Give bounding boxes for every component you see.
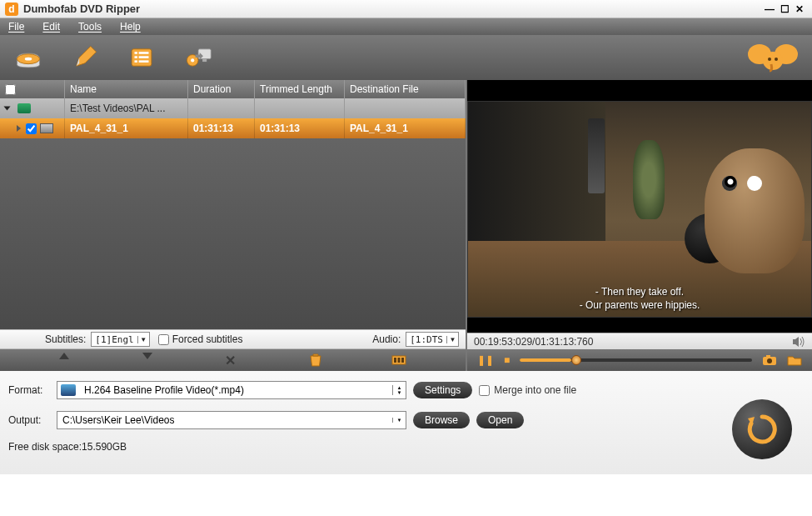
svg-rect-6	[139, 56, 149, 58]
col-destination[interactable]: Destination File	[345, 80, 466, 98]
output-value: C:\Users\Keir Lee\Videos	[57, 414, 392, 426]
player-controls: ❚❚ ■	[467, 349, 812, 371]
maximize-button[interactable]: ☐	[777, 3, 792, 15]
svg-rect-5	[135, 56, 137, 58]
child-dest: PAL_4_31_1	[345, 118, 466, 138]
subtitles-select[interactable]: [1]Engl▼	[91, 332, 149, 347]
video-preview[interactable]: - Then they take off. - Our parents were…	[467, 80, 812, 333]
merge-clips-button[interactable]	[391, 353, 406, 368]
edit-button[interactable]	[69, 42, 101, 73]
menu-help[interactable]: Help	[120, 21, 141, 33]
pause-button[interactable]: ❚❚	[477, 354, 494, 366]
parent-name: E:\Test Videos\PAL ...	[65, 98, 188, 118]
time-display-bar: 00:19:53:029/01:31:13:760	[467, 333, 812, 349]
chevron-down-icon: ▼	[137, 336, 149, 343]
list-action-bar: ✕	[0, 349, 466, 371]
video-subtitle: - Then they take off. - Our parents were…	[468, 285, 811, 312]
forced-subtitles-checkbox[interactable]	[158, 334, 169, 345]
spinner-icon: ▲▼	[392, 385, 406, 395]
menu-bar: File Edit Tools Help	[0, 18, 812, 35]
playback-time: 00:19:53:029/01:31:13:760	[474, 336, 593, 348]
remove-button[interactable]: ✕	[225, 353, 240, 368]
svg-rect-21	[401, 358, 404, 363]
preview-panel: - Then they take off. - Our parents were…	[467, 80, 812, 371]
snapshot-button[interactable]	[762, 354, 777, 366]
start-rip-button[interactable]	[732, 399, 792, 459]
menu-file[interactable]: File	[8, 21, 24, 33]
list-button[interactable]	[126, 42, 157, 73]
settings-button[interactable]: Settings	[413, 382, 472, 398]
disc-to-screen-icon	[184, 43, 212, 72]
item-checkbox[interactable]	[26, 123, 37, 134]
chevron-down-icon: ▼	[392, 418, 406, 423]
volume-icon[interactable]	[792, 336, 805, 348]
output-path-select[interactable]: C:\Users\Keir Lee\Videos ▼	[57, 411, 406, 429]
forced-subtitles-label: Forced subtitles	[172, 333, 243, 345]
close-button[interactable]: ✕	[792, 3, 807, 15]
open-snapshot-folder-button[interactable]	[787, 354, 802, 366]
stop-button[interactable]: ■	[504, 354, 510, 366]
move-down-button[interactable]	[142, 353, 157, 368]
svg-point-1	[25, 58, 32, 61]
svg-point-10	[191, 58, 194, 62]
pencil-icon	[71, 43, 99, 72]
subtitles-label: Subtitles:	[45, 333, 86, 345]
clear-button[interactable]	[308, 353, 323, 368]
source-tree[interactable]: E:\Test Videos\PAL ... PAL_4_31_1 01:31:…	[0, 98, 466, 329]
format-label: Format:	[8, 384, 50, 396]
svg-point-16	[768, 58, 771, 61]
col-trimmed[interactable]: Trimmed Length	[255, 80, 345, 98]
svg-rect-3	[135, 52, 137, 54]
format-select[interactable]: H.264 Baseline Profile Video(*.mp4) ▲▼	[57, 381, 406, 399]
browse-button[interactable]: Browse	[413, 412, 470, 428]
menu-edit[interactable]: Edit	[42, 21, 60, 33]
subtitle-audio-bar: Subtitles: [1]Engl▼ Forced subtitles Aud…	[0, 329, 466, 349]
output-label: Output:	[8, 414, 50, 426]
refresh-arrow-icon	[745, 412, 780, 447]
audio-label: Audio:	[372, 333, 401, 345]
chevron-down-icon: ▼	[446, 336, 458, 343]
svg-rect-4	[139, 52, 149, 54]
svg-point-17	[775, 58, 778, 61]
col-duration[interactable]: Duration	[188, 80, 255, 98]
merge-label: Merge into one file	[494, 384, 576, 396]
trash-icon	[308, 353, 323, 368]
free-disk-space: Free disk space:15.590GB	[8, 441, 804, 453]
svg-rect-7	[135, 60, 137, 63]
bottom-panel: Format: H.264 Baseline Profile Video(*.m…	[0, 371, 812, 474]
svg-rect-20	[398, 358, 401, 363]
dvd-icon	[17, 103, 31, 113]
child-trimmed: 01:31:13	[255, 118, 345, 138]
disc-drive-icon	[14, 43, 42, 72]
minimize-button[interactable]: —	[762, 3, 777, 15]
move-up-button[interactable]	[59, 353, 74, 368]
filmstrip-icon	[391, 353, 406, 368]
open-output-button[interactable]: Open	[476, 412, 524, 428]
film-icon	[40, 123, 53, 133]
audio-select[interactable]: [1:DTS▼	[406, 332, 459, 347]
seek-bar[interactable]	[520, 358, 752, 362]
child-duration: 01:31:13	[188, 118, 255, 138]
seek-knob[interactable]	[571, 355, 581, 365]
source-panel: Name Duration Trimmed Length Destination…	[0, 80, 467, 371]
merge-checkbox[interactable]	[479, 385, 490, 396]
mp4-icon	[61, 384, 76, 396]
main-toolbar	[0, 35, 812, 80]
center-area: Name Duration Trimmed Length Destination…	[0, 80, 812, 371]
expand-arrow-icon[interactable]	[17, 125, 21, 132]
table-header: Name Duration Trimmed Length Destination…	[0, 80, 466, 98]
col-name[interactable]: Name	[65, 80, 188, 98]
format-value: H.264 Baseline Profile Video(*.mp4)	[79, 384, 392, 396]
tree-child-row[interactable]: PAL_4_31_1 01:31:13 01:31:13 PAL_4_31_1	[0, 118, 466, 138]
svg-rect-8	[139, 60, 149, 63]
app-logo-icon: d	[5, 3, 18, 16]
tree-parent-row[interactable]: E:\Test Videos\PAL ...	[0, 98, 466, 118]
svg-rect-19	[394, 358, 396, 363]
convert-button[interactable]	[182, 42, 214, 73]
svg-rect-24	[766, 355, 770, 358]
expand-arrow-icon[interactable]	[4, 107, 11, 111]
menu-tools[interactable]: Tools	[78, 21, 102, 33]
open-disc-button[interactable]	[12, 42, 44, 73]
brand-mascot-icon	[746, 41, 800, 74]
select-all-checkbox[interactable]	[5, 84, 16, 95]
